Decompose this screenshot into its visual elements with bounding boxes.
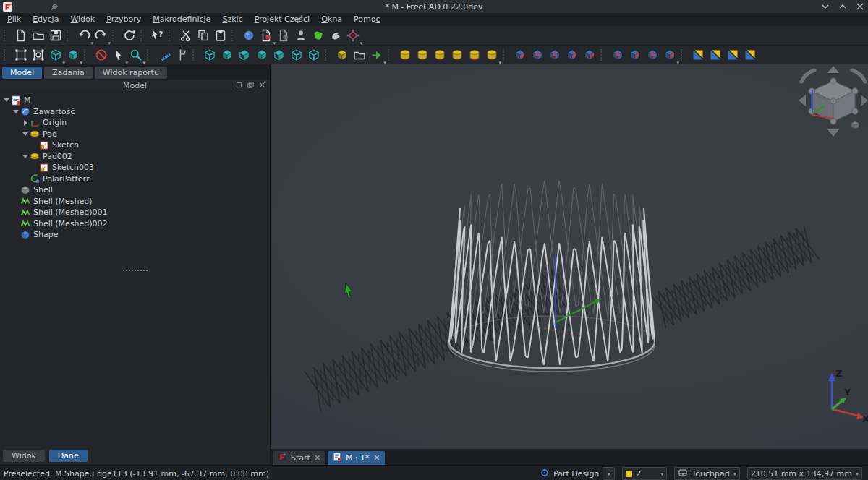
copy-button[interactable] xyxy=(195,27,212,44)
menu-plik[interactable]: Plik xyxy=(1,13,27,26)
menu-projekt-cz-ci[interactable]: Projekt Części xyxy=(249,13,316,26)
tree-item-m[interactable]: M xyxy=(0,95,270,106)
additive-loft-button[interactable] xyxy=(431,46,448,64)
navigation-style-selector[interactable]: Touchpad▾ xyxy=(674,467,739,480)
pocket-button[interactable] xyxy=(511,46,529,64)
tree-item-pad002[interactable]: Pad002 xyxy=(0,151,270,163)
tree-item-shape[interactable]: Shape xyxy=(0,229,270,241)
dock-tab-zadania[interactable]: Zadania xyxy=(44,67,93,79)
additive-pipe-button[interactable] xyxy=(448,46,466,64)
refresh-button[interactable] xyxy=(121,27,138,44)
draft-button[interactable] xyxy=(724,46,741,64)
subtractive-loft-button[interactable] xyxy=(563,46,581,64)
3d-viewport[interactable]: ZXY xyxy=(271,64,868,449)
toolbar-grip[interactable] xyxy=(140,30,146,41)
draw-style-wireframe-button[interactable] xyxy=(288,46,305,64)
marker-size-selector[interactable]: 2▾ xyxy=(622,467,667,480)
subtractive-primitive-button[interactable] xyxy=(626,46,644,64)
subtractive-helix-button[interactable] xyxy=(609,46,626,64)
draw-style-hidden-line-button[interactable] xyxy=(271,46,288,64)
draw-style-as-is-button[interactable] xyxy=(201,46,218,64)
macro-record-button[interactable]: ▾ xyxy=(258,27,275,44)
panel-splitter[interactable] xyxy=(0,267,270,274)
float-icon[interactable] xyxy=(236,81,242,90)
subtractive-pipe-button[interactable] xyxy=(581,46,598,64)
tree-expander[interactable] xyxy=(3,97,10,104)
popout-icon[interactable] xyxy=(247,81,254,90)
document-tab-m-1-[interactable]: M : 1* xyxy=(328,451,385,465)
draw-style-no-shading-button[interactable] xyxy=(305,46,323,64)
close-icon[interactable] xyxy=(259,81,265,90)
toolbar-grip[interactable] xyxy=(4,49,9,61)
toolbar-grip[interactable] xyxy=(325,49,331,61)
save-document-button[interactable] xyxy=(47,27,64,44)
new-document-button[interactable] xyxy=(12,27,30,44)
minimize-button[interactable] xyxy=(820,1,830,12)
toolbar-grip[interactable] xyxy=(84,49,90,61)
view-isometric-button[interactable]: ▾ xyxy=(47,46,64,64)
whats-this-button[interactable]: ? xyxy=(149,27,166,44)
tree-item-shell-meshed-002[interactable]: Shell (Meshed)002 xyxy=(0,218,270,230)
property-tab-dane[interactable]: Dane xyxy=(49,450,88,462)
stop-navigation-button[interactable] xyxy=(93,46,110,64)
tree-item-shell[interactable]: Shell xyxy=(0,184,270,196)
mirrored-button[interactable] xyxy=(644,46,661,64)
workbench-selector[interactable]: Part Design▾ xyxy=(540,467,615,480)
menu-okna[interactable]: Okna xyxy=(315,13,348,26)
menu-szkic[interactable]: Szkic xyxy=(216,13,248,26)
toolbar-grip[interactable] xyxy=(503,49,509,61)
draw-style-shaded-button[interactable] xyxy=(236,46,253,64)
toolbar-grip[interactable] xyxy=(147,49,153,61)
view-axonometric-button[interactable]: ▾ xyxy=(64,46,82,64)
tree-item-shell-meshed-001[interactable]: Shell (Meshed)001 xyxy=(0,207,270,218)
tree-item-sketch[interactable]: Sketch xyxy=(0,140,270,151)
persona-button[interactable] xyxy=(292,27,310,44)
make-link-button[interactable]: ▾ xyxy=(368,46,386,64)
workbench-dropdown[interactable]: ▾ xyxy=(603,467,615,480)
menu-przybory[interactable]: Przybory xyxy=(101,13,147,26)
zoom-tools-button[interactable]: ▾ xyxy=(127,46,145,64)
addon-tool-button[interactable] xyxy=(240,27,258,44)
chamfer-button[interactable] xyxy=(707,46,724,64)
tree-item-sketch003[interactable]: Sketch003 xyxy=(0,162,270,173)
select-mode-button[interactable]: ▾ xyxy=(110,46,127,64)
polar-pattern-tool-button[interactable]: ▾ xyxy=(661,46,678,64)
fit-all-button[interactable] xyxy=(12,46,30,64)
tree-expander[interactable] xyxy=(22,119,29,127)
additive-helix-button[interactable] xyxy=(466,46,483,64)
draw-style-points-button[interactable] xyxy=(218,46,236,64)
tree-expander[interactable] xyxy=(22,130,29,137)
open-document-button[interactable] xyxy=(30,27,47,44)
groove-button[interactable] xyxy=(546,46,563,64)
measure-button[interactable] xyxy=(156,46,173,64)
material-appearance-button[interactable] xyxy=(310,27,327,44)
undo-button[interactable]: ▾ xyxy=(75,27,93,44)
redo-button[interactable]: ▾ xyxy=(93,27,110,44)
hole-button[interactable] xyxy=(529,46,546,64)
toolbar-grip[interactable] xyxy=(388,49,393,61)
close-icon[interactable] xyxy=(315,453,320,463)
fillet-button[interactable] xyxy=(689,46,707,64)
toolbar-grip[interactable] xyxy=(231,30,237,41)
toolbar-grip[interactable] xyxy=(112,30,118,41)
toolbar-grip[interactable] xyxy=(4,30,9,41)
create-group-button[interactable] xyxy=(351,46,368,64)
fit-selection-button[interactable] xyxy=(30,46,47,64)
measure-caliper-button[interactable] xyxy=(173,46,190,64)
menu-makrodefinicje[interactable]: Makrodefinicje xyxy=(147,13,216,26)
tree-item-pad[interactable]: Pad xyxy=(0,129,270,140)
tree-item-origin[interactable]: Origin xyxy=(0,117,270,129)
toolbar-grip[interactable] xyxy=(169,30,174,41)
tree-expander[interactable] xyxy=(12,108,20,115)
pad-button[interactable] xyxy=(396,46,414,64)
close-icon[interactable] xyxy=(374,453,380,463)
macro-debug-button[interactable] xyxy=(275,27,292,44)
menu-widok[interactable]: Widok xyxy=(64,13,101,26)
paste-button[interactable] xyxy=(212,27,229,44)
toolbar-grip[interactable] xyxy=(600,49,606,61)
tree-item-polarpattern[interactable]: PolarPattern xyxy=(0,173,270,185)
property-tab-widok[interactable]: Widok xyxy=(3,450,45,462)
viewport-dimensions[interactable]: 210,51 mm x 134,97 mm▾ xyxy=(747,467,862,480)
draw-style-flat-lines-button[interactable] xyxy=(253,46,271,64)
toolbar-grip[interactable] xyxy=(192,49,198,61)
